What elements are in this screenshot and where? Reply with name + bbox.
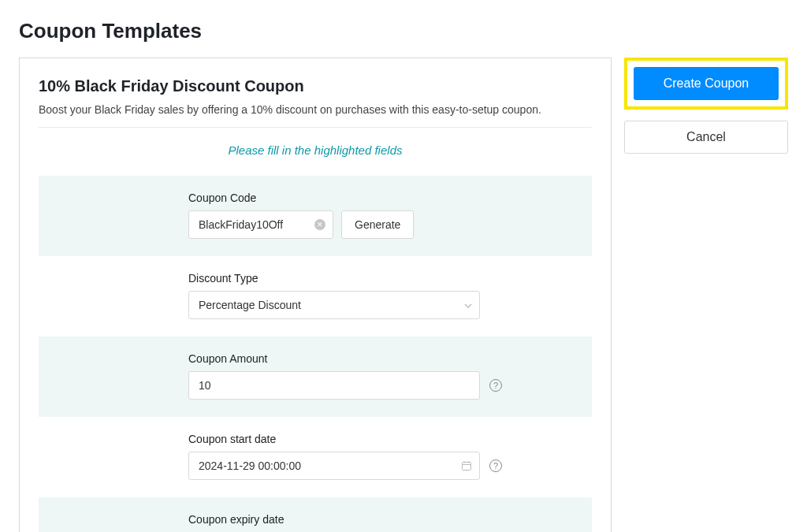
clear-icon[interactable]: ✕ bbox=[314, 219, 325, 230]
coupon-code-label: Coupon Code bbox=[188, 192, 592, 204]
discount-type-value: Percentage Discount bbox=[199, 299, 301, 311]
coupon-start-date-field: Coupon start date ? bbox=[39, 417, 592, 497]
coupon-amount-input-wrap bbox=[188, 371, 480, 400]
coupon-start-date-row: ? bbox=[188, 452, 592, 480]
discount-type-select[interactable]: Percentage Discount bbox=[188, 291, 480, 319]
coupon-code-input[interactable] bbox=[188, 210, 333, 239]
help-icon[interactable]: ? bbox=[489, 379, 502, 392]
cancel-button[interactable]: Cancel bbox=[624, 121, 788, 154]
create-button-highlight: Create Coupon bbox=[624, 58, 788, 110]
template-title: 10% Black Friday Discount Coupon bbox=[39, 77, 592, 95]
layout-container: 10% Black Friday Discount Coupon Boost y… bbox=[19, 58, 788, 532]
start-date-input-wrap bbox=[188, 452, 480, 480]
coupon-amount-field: Coupon Amount ? bbox=[39, 337, 592, 417]
start-date-input[interactable] bbox=[188, 452, 480, 480]
validation-message: Please fill in the highlighted fields bbox=[39, 143, 592, 157]
coupon-code-input-wrap: ✕ bbox=[188, 210, 333, 239]
side-panel: Create Coupon Cancel bbox=[624, 58, 788, 154]
divider bbox=[39, 127, 592, 128]
coupon-amount-label: Coupon Amount bbox=[188, 352, 592, 365]
coupon-template-card: 10% Black Friday Discount Coupon Boost y… bbox=[19, 58, 612, 532]
discount-type-label: Discount Type bbox=[188, 272, 592, 285]
page-title: Coupon Templates bbox=[19, 19, 788, 43]
coupon-code-row: ✕ Generate bbox=[188, 210, 592, 239]
coupon-start-date-label: Coupon start date bbox=[188, 433, 592, 445]
coupon-expiry-date-field: Coupon expiry date ? bbox=[39, 497, 592, 532]
discount-type-select-wrap: Percentage Discount bbox=[188, 291, 480, 319]
generate-button[interactable]: Generate bbox=[341, 210, 414, 239]
help-icon[interactable]: ? bbox=[489, 459, 502, 472]
coupon-code-field: Coupon Code ✕ Generate bbox=[39, 176, 592, 256]
template-description: Boost your Black Friday sales by offerin… bbox=[39, 103, 592, 116]
coupon-amount-input[interactable] bbox=[188, 371, 480, 400]
coupon-amount-row: ? bbox=[188, 371, 592, 400]
discount-type-field: Discount Type Percentage Discount bbox=[39, 256, 592, 337]
create-coupon-button[interactable]: Create Coupon bbox=[634, 67, 779, 100]
coupon-expiry-date-label: Coupon expiry date bbox=[188, 513, 592, 526]
discount-type-row: Percentage Discount bbox=[188, 291, 592, 319]
